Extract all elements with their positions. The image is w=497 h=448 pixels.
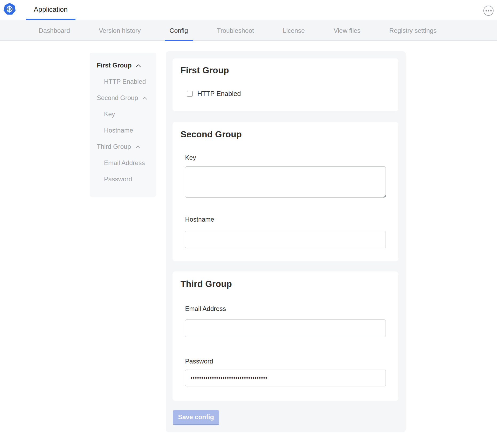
sidebar-item-password[interactable]: Password [90, 171, 156, 187]
tab-config[interactable]: Config [165, 20, 193, 41]
group-title: Third Group [181, 279, 232, 289]
http-enabled-label[interactable]: HTTP Enabled [197, 90, 241, 98]
ellipsis-icon [488, 10, 489, 11]
sidebar-item-label: HTTP Enabled [104, 78, 146, 85]
hostname-label: Hostname [185, 216, 214, 223]
kubernetes-logo-icon [3, 3, 16, 15]
email-address-label: Email Address [185, 305, 226, 313]
ellipsis-icon [486, 10, 487, 11]
tab-troubleshoot[interactable]: Troubleshoot [212, 20, 259, 41]
sidebar-item-label: Password [104, 175, 132, 183]
sidebar-item-second-group[interactable]: Second Group [90, 90, 156, 106]
sidebar-item-http-enabled[interactable]: HTTP Enabled [90, 73, 156, 90]
sidebar-item-label: Hostname [104, 127, 133, 134]
sidebar-item-email-address[interactable]: Email Address [90, 155, 156, 171]
password-input[interactable] [185, 370, 386, 386]
secondary-nav: Dashboard Version history Config Trouble… [0, 20, 497, 41]
key-textarea[interactable] [185, 166, 386, 198]
config-group-card-second: Second Group Key Hostname [173, 122, 398, 261]
sidebar-item-key[interactable]: Key [90, 106, 156, 122]
sidebar-item-label: Third Group [97, 143, 131, 150]
sidebar-item-third-group[interactable]: Third Group [90, 138, 156, 155]
sidebar-item-label: Second Group [97, 94, 138, 101]
sidebar-item-hostname[interactable]: Hostname [90, 122, 156, 138]
top-bar: Application [0, 0, 497, 20]
tab-registry-settings[interactable]: Registry settings [384, 20, 441, 41]
tab-view-files[interactable]: View files [329, 20, 365, 41]
app-tab-application[interactable]: Application [26, 0, 75, 20]
hostname-input[interactable] [185, 231, 386, 248]
sidebar-item-first-group[interactable]: First Group [90, 57, 156, 73]
config-group-card-first: First Group HTTP Enabled [173, 58, 398, 111]
email-address-input[interactable] [185, 319, 386, 337]
chevron-up-icon [142, 97, 147, 100]
http-enabled-row: HTTP Enabled [187, 90, 241, 98]
password-label: Password [185, 358, 213, 365]
key-label: Key [185, 154, 196, 161]
save-config-button[interactable]: Save config [173, 410, 219, 425]
sidebar-item-label: Key [104, 110, 115, 118]
ellipsis-icon [490, 10, 492, 11]
config-sidebar: First Group HTTP Enabled Second Group Ke… [90, 53, 156, 197]
config-panel: First Group HTTP Enabled Second Group Ke… [166, 51, 406, 432]
tab-dashboard[interactable]: Dashboard [34, 20, 75, 41]
nav-tab-list: Dashboard Version history Config Trouble… [0, 20, 497, 41]
tab-version-history[interactable]: Version history [94, 20, 145, 41]
sidebar-item-label: First Group [97, 62, 132, 69]
chevron-up-icon [136, 64, 141, 67]
ellipsis-menu-button[interactable] [483, 6, 494, 16]
sidebar-item-label: Email Address [104, 159, 145, 166]
chevron-up-icon [135, 146, 140, 149]
group-title: Second Group [181, 129, 242, 139]
tab-license[interactable]: License [278, 20, 310, 41]
config-group-card-third: Third Group Email Address Password [173, 271, 398, 401]
group-title: First Group [181, 65, 229, 75]
app-tab-label: Application [34, 5, 67, 14]
http-enabled-checkbox[interactable] [187, 91, 193, 97]
